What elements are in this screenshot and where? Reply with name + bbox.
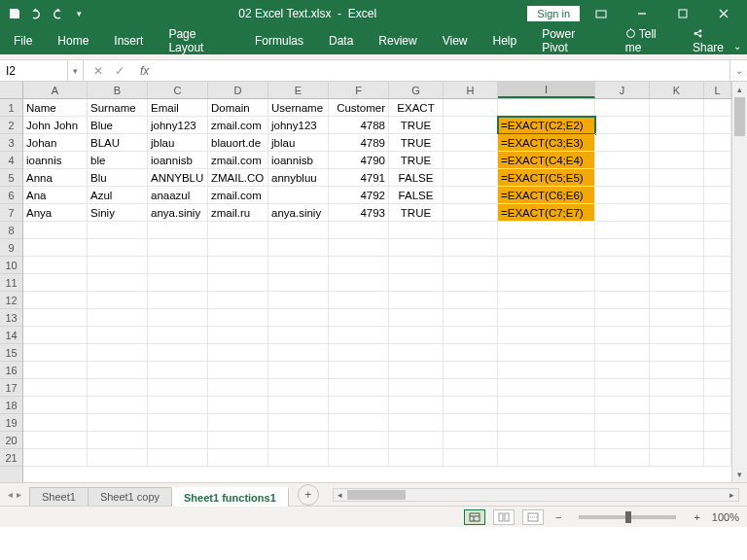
- cell[interactable]: [498, 432, 595, 449]
- cell[interactable]: [389, 379, 444, 397]
- cell[interactable]: [88, 274, 148, 292]
- cell[interactable]: [148, 257, 208, 274]
- cell[interactable]: [444, 414, 498, 432]
- row-header[interactable]: 18: [0, 397, 22, 414]
- sheet-nav-prev-icon[interactable]: ◂: [8, 489, 13, 500]
- cell[interactable]: [650, 274, 704, 292]
- cell[interactable]: [444, 274, 498, 292]
- cell[interactable]: [88, 344, 148, 362]
- cell[interactable]: [208, 379, 268, 397]
- cell[interactable]: [704, 169, 731, 187]
- cell[interactable]: [389, 432, 444, 449]
- cell[interactable]: 4788: [329, 117, 389, 134]
- cell[interactable]: [88, 222, 148, 239]
- cell[interactable]: [208, 222, 268, 239]
- cell[interactable]: [444, 117, 498, 134]
- sheet-nav-next-icon[interactable]: ▸: [17, 489, 21, 500]
- zoom-in-button[interactable]: +: [690, 511, 703, 523]
- cell[interactable]: [704, 152, 731, 169]
- cell[interactable]: [704, 257, 731, 274]
- cell[interactable]: TRUE: [389, 134, 444, 152]
- cell[interactable]: [268, 222, 329, 239]
- row-header[interactable]: 8: [0, 222, 22, 239]
- cell[interactable]: [208, 309, 268, 327]
- scroll-down-icon[interactable]: ▾: [732, 467, 747, 482]
- cell[interactable]: [88, 239, 148, 257]
- zoom-slider[interactable]: [579, 515, 676, 519]
- cell[interactable]: [444, 169, 498, 187]
- cell[interactable]: [208, 432, 268, 449]
- cell[interactable]: BLAU: [88, 134, 148, 152]
- cell[interactable]: [329, 257, 389, 274]
- cell[interactable]: [650, 379, 704, 397]
- cell[interactable]: [268, 327, 329, 344]
- cell[interactable]: [88, 432, 148, 449]
- cell[interactable]: [88, 379, 148, 397]
- cell[interactable]: =EXACT(C6;E6): [498, 187, 595, 204]
- cell[interactable]: [208, 344, 268, 362]
- cell[interactable]: 4792: [329, 187, 389, 204]
- cell[interactable]: Anya: [23, 204, 88, 222]
- vertical-scrollbar[interactable]: ▴ ▾: [731, 82, 747, 482]
- cell[interactable]: [498, 362, 595, 379]
- cell[interactable]: [268, 274, 329, 292]
- cell[interactable]: [208, 414, 268, 432]
- row-header[interactable]: 9: [0, 239, 22, 257]
- cell[interactable]: [148, 274, 208, 292]
- cell[interactable]: 4789: [329, 134, 389, 152]
- cell[interactable]: [595, 414, 650, 432]
- cell[interactable]: [498, 292, 595, 309]
- cell[interactable]: [389, 327, 444, 344]
- cell[interactable]: [650, 327, 704, 344]
- cell[interactable]: Blue: [88, 117, 148, 134]
- column-header[interactable]: E: [268, 82, 329, 98]
- cell[interactable]: [650, 187, 704, 204]
- column-header[interactable]: B: [88, 82, 148, 98]
- row-header[interactable]: 1: [0, 99, 22, 117]
- close-icon[interactable]: [704, 0, 743, 27]
- cell[interactable]: anya.siniy: [148, 204, 208, 222]
- signin-button[interactable]: Sign in: [527, 6, 580, 21]
- cell[interactable]: [148, 432, 208, 449]
- cell[interactable]: [650, 414, 704, 432]
- name-box-dropdown-icon[interactable]: ▾: [68, 60, 84, 81]
- cell[interactable]: [23, 432, 88, 449]
- cell[interactable]: [444, 379, 498, 397]
- cell[interactable]: [23, 414, 88, 432]
- cell[interactable]: [595, 292, 650, 309]
- cell[interactable]: [595, 257, 650, 274]
- scroll-up-icon[interactable]: ▴: [732, 82, 747, 97]
- cell[interactable]: [650, 397, 704, 414]
- expand-ribbon-icon[interactable]: ⌄: [733, 41, 741, 52]
- cell[interactable]: [444, 327, 498, 344]
- cell[interactable]: anaazul: [148, 187, 208, 204]
- cell[interactable]: Siniy: [88, 204, 148, 222]
- cell[interactable]: [148, 379, 208, 397]
- cell[interactable]: ioannisb: [148, 152, 208, 169]
- cell[interactable]: ble: [88, 152, 148, 169]
- cell[interactable]: FALSE: [389, 187, 444, 204]
- cell[interactable]: [704, 239, 731, 257]
- scroll-left-icon[interactable]: ◂: [334, 489, 347, 501]
- cell[interactable]: [444, 187, 498, 204]
- cell[interactable]: [389, 344, 444, 362]
- cell[interactable]: [389, 239, 444, 257]
- cell[interactable]: [650, 222, 704, 239]
- sheet-tab[interactable]: Sheet1 copy: [88, 487, 172, 506]
- cell[interactable]: [498, 222, 595, 239]
- fx-icon[interactable]: fx: [134, 60, 155, 81]
- cell[interactable]: blauort.de: [208, 134, 268, 152]
- cell[interactable]: [595, 432, 650, 449]
- cell[interactable]: [704, 414, 731, 432]
- cell[interactable]: [704, 99, 731, 117]
- cancel-formula-icon[interactable]: ✕: [93, 64, 103, 78]
- cell[interactable]: [208, 292, 268, 309]
- cell[interactable]: 4791: [329, 169, 389, 187]
- cell[interactable]: [88, 292, 148, 309]
- cell[interactable]: [208, 327, 268, 344]
- cell[interactable]: Johan: [23, 134, 88, 152]
- row-header[interactable]: 10: [0, 257, 22, 274]
- cell[interactable]: [650, 292, 704, 309]
- cell[interactable]: [650, 432, 704, 449]
- cell[interactable]: [444, 239, 498, 257]
